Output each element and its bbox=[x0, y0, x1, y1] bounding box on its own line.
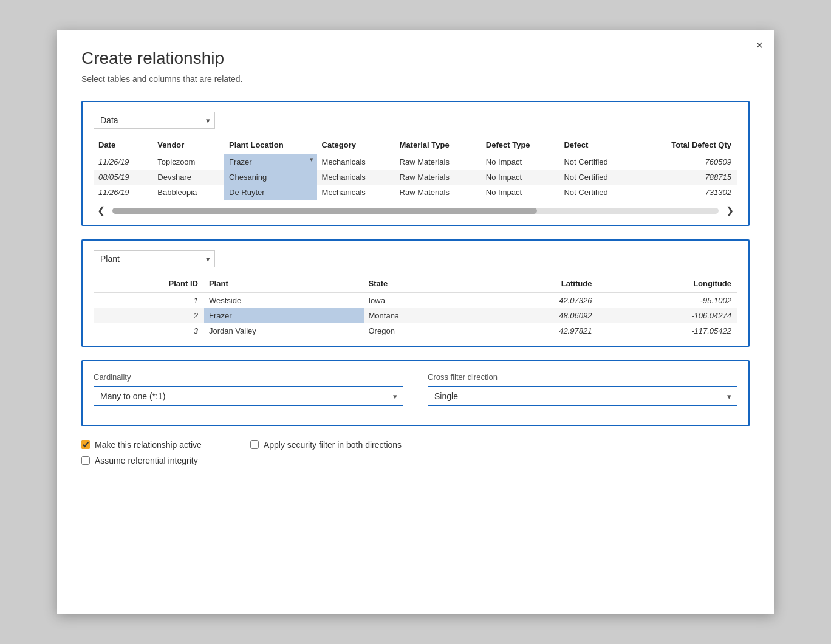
referential-checkbox[interactable] bbox=[81, 456, 90, 465]
security-checkbox[interactable] bbox=[250, 440, 259, 449]
cell-vendor: Babbleopia bbox=[152, 185, 224, 200]
table1-header-row: Date Vendor Plant Location Category Mate… bbox=[94, 137, 737, 154]
cell-plant-location: Chesaning bbox=[224, 170, 317, 185]
modal-subtitle: Select tables and columns that are relat… bbox=[81, 74, 750, 84]
close-button[interactable]: × bbox=[756, 39, 763, 51]
table2-grid: Plant ID Plant State Latitude Longitude … bbox=[94, 276, 737, 338]
crossfilter-group: Cross filter direction Single Both bbox=[428, 372, 737, 406]
checkboxes-area: Make this relationship active Assume ref… bbox=[81, 440, 750, 471]
cell-material-type: Raw Materials bbox=[395, 185, 481, 200]
cell-plant-location: Frazer ▾ bbox=[224, 154, 317, 170]
cell-plant-id: 2 bbox=[94, 308, 204, 323]
table-row: 3 Jordan Valley Oregon 42.97821 -117.054… bbox=[94, 323, 737, 338]
col-total-defect-qty: Total Defect Qty bbox=[637, 137, 737, 154]
cardinality-section: Cardinality Many to one (*:1) One to one… bbox=[81, 360, 750, 426]
table1-scrollbar: ❮ ❯ bbox=[94, 204, 737, 218]
cell-date: 11/26/19 bbox=[94, 185, 152, 200]
table1-grid: Date Vendor Plant Location Category Mate… bbox=[94, 137, 737, 200]
table-row: 11/26/19 Topiczoom Frazer ▾ Mechanicals … bbox=[94, 154, 737, 170]
security-label: Apply security filter in both directions bbox=[264, 440, 402, 450]
col-material-type: Material Type bbox=[395, 137, 481, 154]
cell-defect-type: No Impact bbox=[481, 154, 559, 170]
cell-longitude: -117.05422 bbox=[598, 323, 737, 338]
col-defect: Defect bbox=[559, 137, 637, 154]
cell-plant: Westside bbox=[204, 293, 364, 309]
checkboxes-left: Make this relationship active Assume ref… bbox=[81, 440, 202, 471]
scroll-right-arrow[interactable]: ❯ bbox=[722, 204, 737, 218]
cell-qty: 788715 bbox=[637, 170, 737, 185]
cell-state: Oregon bbox=[364, 323, 478, 338]
col-plant-location: Plant Location bbox=[224, 137, 317, 154]
cell-plant-id: 1 bbox=[94, 293, 204, 309]
cell-defect-type: No Impact bbox=[481, 170, 559, 185]
cell-latitude: 42.97821 bbox=[477, 323, 598, 338]
cell-longitude: -95.1002 bbox=[598, 293, 737, 309]
scrollbar-thumb bbox=[112, 208, 537, 214]
cell-material-type: Raw Materials bbox=[395, 154, 481, 170]
cell-plant: Jordan Valley bbox=[204, 323, 364, 338]
cell-plant: Frazer bbox=[204, 308, 364, 323]
cardinality-label: Cardinality bbox=[94, 372, 403, 382]
table2-dropdown[interactable]: Plant bbox=[94, 250, 215, 267]
table2-section: Plant Plant ID Plant State Latitude Long… bbox=[81, 239, 750, 347]
table1-dropdown-wrapper: Data bbox=[94, 112, 215, 129]
table1-dropdown[interactable]: Data bbox=[94, 112, 215, 129]
table2-header-row: Plant ID Plant State Latitude Longitude bbox=[94, 276, 737, 293]
table2-dropdown-wrapper: Plant bbox=[94, 250, 215, 267]
referential-label: Assume referential integrity bbox=[95, 456, 198, 465]
cardinality-crossfilter-row: Cardinality Many to one (*:1) One to one… bbox=[94, 372, 737, 406]
table-row: 08/05/19 Devshare Chesaning Mechanicals … bbox=[94, 170, 737, 185]
cell-category: Mechanicals bbox=[317, 185, 395, 200]
cell-defect-type: No Impact bbox=[481, 185, 559, 200]
cell-qty: 731302 bbox=[637, 185, 737, 200]
cardinality-dropdown-wrapper: Many to one (*:1) One to one (1:1) One t… bbox=[94, 386, 403, 406]
cell-date: 11/26/19 bbox=[94, 154, 152, 170]
cell-material-type: Raw Materials bbox=[395, 170, 481, 185]
table-row: 2 Frazer Montana 48.06092 -106.04274 bbox=[94, 308, 737, 323]
col-longitude: Longitude bbox=[598, 276, 737, 293]
col-defect-type: Defect Type bbox=[481, 137, 559, 154]
cell-defect: Not Certified bbox=[559, 154, 637, 170]
cell-longitude: -106.04274 bbox=[598, 308, 737, 323]
cell-plant-location: De Ruyter bbox=[224, 185, 317, 200]
cell-latitude: 48.06092 bbox=[477, 308, 598, 323]
col-state: State bbox=[364, 276, 478, 293]
col-date: Date bbox=[94, 137, 152, 154]
col-latitude: Latitude bbox=[477, 276, 598, 293]
checkboxes-right: Apply security filter in both directions bbox=[250, 440, 402, 471]
col-plant-id: Plant ID bbox=[94, 276, 204, 293]
modal-dialog: × Create relationship Select tables and … bbox=[57, 30, 774, 614]
cardinality-dropdown[interactable]: Many to one (*:1) One to one (1:1) One t… bbox=[94, 386, 403, 406]
col-category: Category bbox=[317, 137, 395, 154]
active-label: Make this relationship active bbox=[95, 440, 202, 450]
cell-date: 08/05/19 bbox=[94, 170, 152, 185]
table1-section: Data Date Vendor Plant Location Category… bbox=[81, 101, 750, 226]
active-checkbox[interactable] bbox=[81, 440, 90, 449]
crossfilter-dropdown-wrapper: Single Both bbox=[428, 386, 737, 406]
cell-vendor: Devshare bbox=[152, 170, 224, 185]
cell-defect: Not Certified bbox=[559, 170, 637, 185]
cell-category: Mechanicals bbox=[317, 154, 395, 170]
modal-title: Create relationship bbox=[81, 49, 750, 68]
active-checkbox-row: Make this relationship active bbox=[81, 440, 202, 450]
scrollbar-track[interactable] bbox=[112, 208, 719, 214]
col-plant: Plant bbox=[204, 276, 364, 293]
scroll-left-arrow[interactable]: ❮ bbox=[94, 204, 109, 218]
cell-plant-id: 3 bbox=[94, 323, 204, 338]
col-vendor: Vendor bbox=[152, 137, 224, 154]
crossfilter-label: Cross filter direction bbox=[428, 372, 737, 382]
cell-latitude: 42.07326 bbox=[477, 293, 598, 309]
cell-category: Mechanicals bbox=[317, 170, 395, 185]
table-row: 11/26/19 Babbleopia De Ruyter Mechanical… bbox=[94, 185, 737, 200]
referential-checkbox-row: Assume referential integrity bbox=[81, 456, 202, 465]
security-checkbox-row: Apply security filter in both directions bbox=[250, 440, 402, 450]
crossfilter-dropdown[interactable]: Single Both bbox=[428, 386, 737, 406]
cell-defect: Not Certified bbox=[559, 185, 637, 200]
cell-state: Montana bbox=[364, 308, 478, 323]
cell-qty: 760509 bbox=[637, 154, 737, 170]
cardinality-group: Cardinality Many to one (*:1) One to one… bbox=[94, 372, 403, 406]
cell-state: Iowa bbox=[364, 293, 478, 309]
cell-vendor: Topiczoom bbox=[152, 154, 224, 170]
table-row: 1 Westside Iowa 42.07326 -95.1002 bbox=[94, 293, 737, 309]
